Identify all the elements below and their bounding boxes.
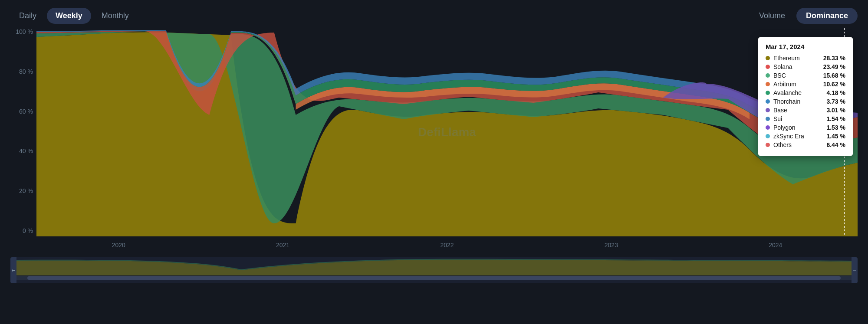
tooltip-chain-name: Base xyxy=(773,107,823,114)
chart-svg xyxy=(36,28,858,236)
tooltip-chain-value: 23.49 % xyxy=(823,63,845,70)
y-label-100: 100 % xyxy=(10,28,36,35)
tooltip-dot xyxy=(766,125,770,130)
chart-area: DefiLlama xyxy=(36,28,858,236)
tooltip-item: Base 3.01 % xyxy=(766,107,845,114)
tooltip-item: BSC 15.68 % xyxy=(766,72,845,79)
tooltip-chain-name: zkSync Era xyxy=(773,133,823,140)
header: Daily Weekly Monthly Volume Dominance xyxy=(0,0,868,28)
tooltip-item: Arbitrum 10.62 % xyxy=(766,81,845,88)
scrollbar-handle-right[interactable]: ⊣ xyxy=(852,257,858,283)
tooltip-item: Ethereum 28.33 % xyxy=(766,55,845,62)
tooltip-item: Avalanche 4.18 % xyxy=(766,89,845,96)
y-label-60: 60 % xyxy=(10,108,36,115)
tooltip-item: Others 6.44 % xyxy=(766,141,845,148)
time-button-group: Daily Weekly Monthly xyxy=(10,8,138,24)
tooltip-dot xyxy=(766,143,770,147)
tooltip-items: Ethereum 28.33 % Solana 23.49 % BSC 15.6… xyxy=(766,55,845,148)
chart-container: 0 % 20 % 40 % 60 % 80 % 100 % DefiLlama xyxy=(10,28,858,254)
tooltip-chain-value: 1.45 % xyxy=(826,133,845,140)
y-label-20: 20 % xyxy=(10,187,36,194)
tooltip-dot xyxy=(766,82,770,86)
tooltip-chain-value: 3.01 % xyxy=(826,107,845,114)
tooltip-chain-name: Sui xyxy=(773,115,823,122)
tooltip-chain-name: Others xyxy=(773,141,823,148)
tooltip-item: Thorchain 3.73 % xyxy=(766,98,845,105)
dominance-button[interactable]: Dominance xyxy=(796,8,858,24)
scrollbar-mini-chart xyxy=(16,257,852,275)
weekly-button[interactable]: Weekly xyxy=(47,8,91,24)
tooltip-chain-name: Solana xyxy=(773,63,820,70)
tooltip-date: Mar 17, 2024 xyxy=(766,43,845,50)
y-label-40: 40 % xyxy=(10,147,36,154)
daily-button[interactable]: Daily xyxy=(10,8,45,24)
tooltip-chain-name: Avalanche xyxy=(773,89,823,96)
tooltip-dot xyxy=(766,99,770,104)
tooltip-chain-value: 28.33 % xyxy=(823,55,845,62)
tooltip: Mar 17, 2024 Ethereum 28.33 % Solana 23.… xyxy=(758,37,853,156)
y-label-0: 0 % xyxy=(10,227,36,234)
tooltip-item: zkSync Era 1.45 % xyxy=(766,133,845,140)
x-label-2024: 2024 xyxy=(769,242,782,249)
tooltip-item: Solana 23.49 % xyxy=(766,63,845,70)
tooltip-dot xyxy=(766,91,770,95)
y-label-80: 80 % xyxy=(10,68,36,75)
tooltip-chain-value: 10.62 % xyxy=(823,81,845,88)
scrollbar-handle-left[interactable]: ⊢ xyxy=(10,257,16,283)
tooltip-chain-value: 1.53 % xyxy=(826,124,845,131)
tooltip-dot xyxy=(766,56,770,60)
tooltip-chain-name: BSC xyxy=(773,72,820,79)
tooltip-chain-value: 1.54 % xyxy=(826,115,845,122)
monthly-button[interactable]: Monthly xyxy=(93,8,138,24)
tooltip-chain-value: 6.44 % xyxy=(826,141,845,148)
tooltip-chain-value: 15.68 % xyxy=(823,72,845,79)
scrollbar-thumb[interactable] xyxy=(27,276,841,280)
tooltip-item: Polygon 1.53 % xyxy=(766,124,845,131)
scrollbar-area[interactable]: ⊢ ⊣ xyxy=(10,257,858,283)
tooltip-chain-value: 4.18 % xyxy=(826,89,845,96)
tooltip-dot xyxy=(766,117,770,121)
x-label-2022: 2022 xyxy=(440,242,454,249)
tooltip-item: Sui 1.54 % xyxy=(766,115,845,122)
tooltip-dot xyxy=(766,108,770,112)
view-button-group: Volume Dominance xyxy=(750,8,858,24)
tooltip-chain-value: 3.73 % xyxy=(826,98,845,105)
tooltip-chain-name: Thorchain xyxy=(773,98,823,105)
y-axis: 0 % 20 % 40 % 60 % 80 % 100 % xyxy=(10,28,36,236)
tooltip-dot xyxy=(766,73,770,78)
tooltip-dot xyxy=(766,134,770,138)
tooltip-chain-name: Arbitrum xyxy=(773,81,820,88)
x-label-2021: 2021 xyxy=(276,242,289,249)
x-label-2020: 2020 xyxy=(112,242,125,249)
volume-button[interactable]: Volume xyxy=(750,8,795,24)
tooltip-chain-name: Polygon xyxy=(773,124,823,131)
x-label-2023: 2023 xyxy=(605,242,618,249)
tooltip-dot xyxy=(766,65,770,69)
x-axis: 2020 2021 2022 2023 2024 xyxy=(36,236,858,254)
tooltip-chain-name: Ethereum xyxy=(773,55,820,62)
scrollbar-track xyxy=(10,276,858,280)
